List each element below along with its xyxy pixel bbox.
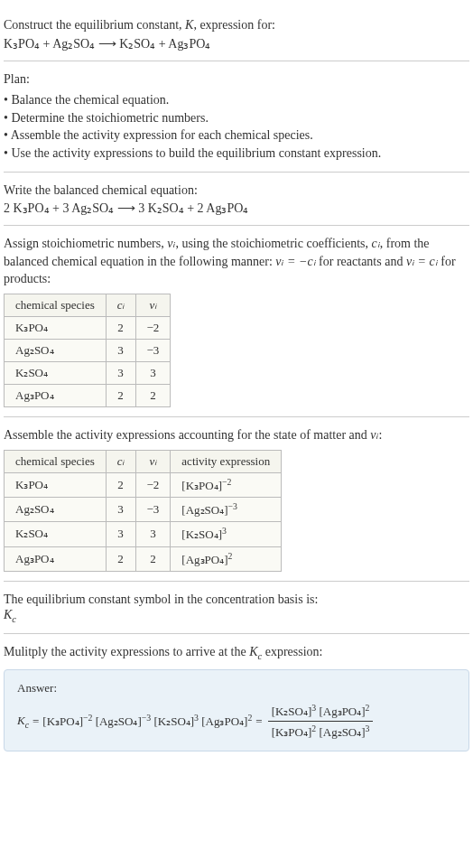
plan-item: Assemble the activity expression for eac… bbox=[4, 126, 469, 145]
term-exp: 3 bbox=[366, 723, 370, 733]
table-row: K₂SO₄ 3 3 bbox=[5, 361, 171, 384]
term-exp: 3 bbox=[311, 703, 316, 713]
term-base: [K₃PO₄] bbox=[42, 715, 83, 729]
answer-equation: Kc = [K₃PO₄]−2 [Ag₂SO₄]−3 [K₂SO₄]3 [Ag₃P… bbox=[17, 703, 456, 741]
col-activity: activity expression bbox=[171, 450, 282, 472]
term-base: [Ag₃PO₄] bbox=[201, 715, 247, 729]
term-exp: −2 bbox=[83, 713, 92, 723]
product-terms: [K₃PO₄]−2 [Ag₂SO₄]−3 [K₂SO₄]3 [Ag₃PO₄]2 bbox=[42, 713, 252, 729]
expr-base: [K₃PO₄] bbox=[181, 479, 222, 492]
kc-lhs: Kc bbox=[17, 714, 29, 730]
cell-nu: −2 bbox=[135, 472, 171, 497]
stoich-text: for reactants and bbox=[316, 255, 406, 268]
cell-nu: −2 bbox=[135, 316, 171, 339]
cell-nu: −3 bbox=[135, 339, 171, 361]
symbol-title: The equilibrium constant symbol in the c… bbox=[4, 591, 469, 609]
cell-c: 2 bbox=[106, 316, 135, 339]
plan-title: Plan: bbox=[4, 70, 469, 89]
term-exp: 2 bbox=[247, 713, 252, 723]
col-ci: cᵢ bbox=[106, 450, 135, 472]
answer-label: Answer: bbox=[17, 681, 456, 695]
multiply-title: Mulitply the activity expressions to arr… bbox=[4, 643, 469, 663]
expr-exp: −2 bbox=[222, 477, 231, 487]
cell-species: K₃PO₄ bbox=[5, 316, 107, 339]
numerator: [K₂SO₄]3 [Ag₃PO₄]2 bbox=[268, 703, 374, 722]
table-row: K₂SO₄ 3 3 [K₂SO₄]3 bbox=[5, 522, 282, 546]
denominator: [K₃PO₄]2 [Ag₂SO₄]3 bbox=[268, 722, 374, 740]
cell-c: 2 bbox=[106, 384, 135, 406]
kc-k: K bbox=[17, 714, 25, 727]
plan-item: Use the activity expressions to build th… bbox=[4, 145, 469, 163]
kc-inline: Kc bbox=[249, 645, 262, 658]
cell-species: Ag₂SO₄ bbox=[5, 497, 107, 521]
plan-item: Determine the stoichiometric numbers. bbox=[4, 109, 469, 127]
stoich-eq1: νᵢ = −cᵢ bbox=[275, 255, 315, 268]
title-text: Construct the equilibrium constant, bbox=[4, 18, 185, 32]
table-row: K₃PO₄ 2 −2 bbox=[5, 316, 171, 339]
term-exp: −3 bbox=[142, 713, 151, 723]
cell-nu: 3 bbox=[135, 361, 171, 384]
kc-k: K bbox=[4, 608, 12, 621]
cell-c: 3 bbox=[106, 339, 135, 361]
activity-text: Assemble the activity expressions accoun… bbox=[4, 428, 370, 442]
table-row: Ag₂SO₄ 3 −3 [Ag₂SO₄]−3 bbox=[5, 497, 282, 521]
expr-exp: 3 bbox=[222, 526, 227, 536]
table-row: Ag₂SO₄ 3 −3 bbox=[5, 339, 171, 361]
multiply-section: Mulitply the activity expressions to arr… bbox=[4, 634, 469, 761]
col-ci: cᵢ bbox=[106, 294, 135, 316]
cell-species: Ag₃PO₄ bbox=[5, 384, 107, 406]
title-k: K bbox=[185, 18, 193, 32]
table-row: Ag₃PO₄ 2 2 [Ag₃PO₄]2 bbox=[5, 546, 282, 571]
cell-nu: −3 bbox=[135, 497, 171, 521]
cell-c: 2 bbox=[106, 546, 135, 571]
stoich-section: Assign stoichiometric numbers, νᵢ, using… bbox=[4, 226, 469, 417]
expr-exp: −3 bbox=[228, 501, 237, 511]
term-base: [Ag₂SO₄] bbox=[96, 715, 142, 729]
cell-nu: 2 bbox=[135, 384, 171, 406]
col-species: chemical species bbox=[5, 450, 107, 472]
term-exp: 2 bbox=[311, 723, 316, 733]
unbalanced-equation: K₃PO₄ + Ag₂SO₄ ⟶ K₂SO₄ + Ag₃PO₄ bbox=[4, 36, 469, 51]
cell-nu: 2 bbox=[135, 546, 171, 571]
plan-list: Balance the chemical equation. Determine… bbox=[4, 91, 469, 162]
activity-section: Assemble the activity expressions accoun… bbox=[4, 417, 469, 582]
activity-table: chemical species cᵢ νᵢ activity expressi… bbox=[4, 450, 282, 572]
symbol-section: The equilibrium constant symbol in the c… bbox=[4, 582, 469, 634]
multiply-text: expression: bbox=[262, 645, 322, 658]
col-nui: νᵢ bbox=[135, 450, 171, 472]
stoich-text: , using the stoichiometric coefficients, bbox=[175, 237, 371, 250]
term-base: [K₂SO₄] bbox=[272, 705, 312, 718]
col-species: chemical species bbox=[5, 294, 107, 316]
cell-species: K₃PO₄ bbox=[5, 472, 107, 497]
table-header-row: chemical species cᵢ νᵢ activity expressi… bbox=[5, 450, 282, 472]
equals: = bbox=[32, 714, 39, 729]
stoich-eq2: νᵢ = cᵢ bbox=[406, 255, 438, 268]
cell-expr: [K₃PO₄]−2 bbox=[171, 472, 282, 497]
term-base: [Ag₂SO₄] bbox=[319, 725, 365, 739]
activity-title: Assemble the activity expressions accoun… bbox=[4, 426, 469, 444]
kc-c: c bbox=[12, 614, 16, 624]
expr-base: [K₂SO₄] bbox=[181, 528, 222, 542]
expr-base: [Ag₂SO₄] bbox=[181, 503, 227, 517]
balanced-title: Write the balanced chemical equation: bbox=[4, 182, 469, 200]
term-base: [K₂SO₄] bbox=[153, 715, 194, 729]
c-i: cᵢ bbox=[372, 237, 380, 250]
expr-base: [Ag₃PO₄] bbox=[181, 553, 227, 566]
expr-exp: 2 bbox=[228, 551, 233, 561]
table-row: K₃PO₄ 2 −2 [K₃PO₄]−2 bbox=[5, 472, 282, 497]
cell-species: Ag₃PO₄ bbox=[5, 546, 107, 571]
multiply-text: Mulitply the activity expressions to arr… bbox=[4, 645, 249, 658]
cell-expr: [Ag₂SO₄]−3 bbox=[171, 497, 282, 521]
answer-box: Answer: Kc = [K₃PO₄]−2 [Ag₂SO₄]−3 [K₂SO₄… bbox=[4, 669, 469, 752]
cell-species: Ag₂SO₄ bbox=[5, 339, 107, 361]
cell-nu: 3 bbox=[135, 522, 171, 546]
kc-symbol: Kc bbox=[4, 608, 469, 624]
term-exp: 3 bbox=[194, 713, 199, 723]
stoich-table: chemical species cᵢ νᵢ K₃PO₄ 2 −2 Ag₂SO₄… bbox=[4, 294, 171, 407]
table-row: Ag₃PO₄ 2 2 bbox=[5, 384, 171, 406]
col-nui: νᵢ bbox=[135, 294, 171, 316]
plan-item: Balance the chemical equation. bbox=[4, 91, 469, 109]
cell-expr: [Ag₃PO₄]2 bbox=[171, 546, 282, 571]
problem-title: Construct the equilibrium constant, K, e… bbox=[4, 16, 469, 34]
activity-text: : bbox=[379, 428, 383, 442]
